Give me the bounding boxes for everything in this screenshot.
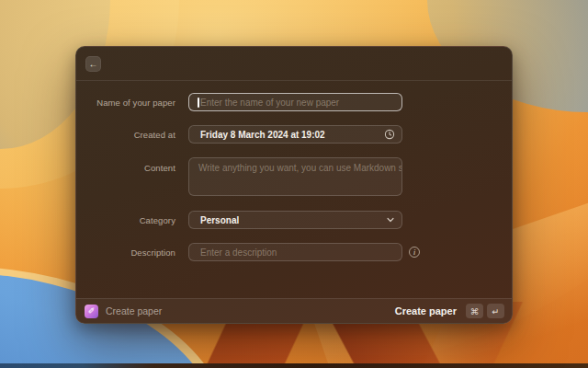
back-button[interactable]: ← bbox=[85, 56, 101, 72]
name-input-field[interactable] bbox=[188, 93, 402, 111]
form-row-name: Name of your paper bbox=[76, 93, 512, 111]
window-footer: ✐ Create paper Create paper ⌘ ↵ bbox=[76, 298, 512, 323]
return-key-badge[interactable]: ↵ bbox=[487, 304, 504, 318]
category-field-label: Category bbox=[76, 215, 175, 225]
create-paper-window: ← Name of your paper Created at Friday 8… bbox=[75, 46, 513, 324]
name-field-label: Name of your paper bbox=[76, 98, 175, 108]
wallpaper-bottom-edge bbox=[0, 363, 588, 368]
category-selected-value: Personal bbox=[189, 215, 239, 225]
pencil-glyph: ✐ bbox=[88, 307, 96, 316]
content-placeholder: Write anything you want, you can use Mar… bbox=[189, 158, 401, 173]
form-row-category: Category Personal bbox=[76, 211, 512, 229]
description-input[interactable] bbox=[189, 244, 401, 260]
chevron-down-icon bbox=[386, 215, 395, 224]
form-row-created-at: Created at Friday 8 March 2024 at 19:02 bbox=[76, 125, 512, 144]
name-input[interactable] bbox=[189, 94, 401, 110]
create-paper-action[interactable]: Create paper bbox=[395, 305, 457, 316]
create-paper-form: Name of your paper Created at Friday 8 M… bbox=[76, 81, 512, 300]
content-textarea[interactable]: Write anything you want, you can use Mar… bbox=[188, 157, 402, 196]
created-at-value: Friday 8 March 2024 at 19:02 bbox=[189, 130, 325, 140]
form-row-content: Content Write anything you want, you can… bbox=[76, 157, 512, 196]
command-key-badge[interactable]: ⌘ bbox=[466, 304, 483, 318]
desktop-screen: ← Name of your paper Created at Friday 8… bbox=[0, 0, 588, 368]
description-field-label: Description bbox=[76, 247, 175, 258]
back-arrow-icon: ← bbox=[89, 60, 98, 69]
created-at-field-label: Created at bbox=[76, 130, 175, 140]
info-icon: i bbox=[409, 247, 420, 258]
form-row-description: Description i bbox=[76, 243, 512, 261]
content-field-label: Content bbox=[76, 157, 175, 173]
footer-app-name: Create paper bbox=[106, 305, 162, 316]
text-caret bbox=[198, 98, 199, 108]
pencil-app-icon: ✐ bbox=[85, 305, 98, 318]
description-input-field[interactable] bbox=[188, 243, 402, 261]
footer-actions: Create paper ⌘ ↵ bbox=[395, 304, 504, 318]
category-dropdown[interactable]: Personal bbox=[188, 211, 402, 229]
created-at-picker[interactable]: Friday 8 March 2024 at 19:02 bbox=[188, 125, 402, 144]
window-header: ← bbox=[76, 47, 512, 80]
clock-icon bbox=[384, 129, 395, 140]
